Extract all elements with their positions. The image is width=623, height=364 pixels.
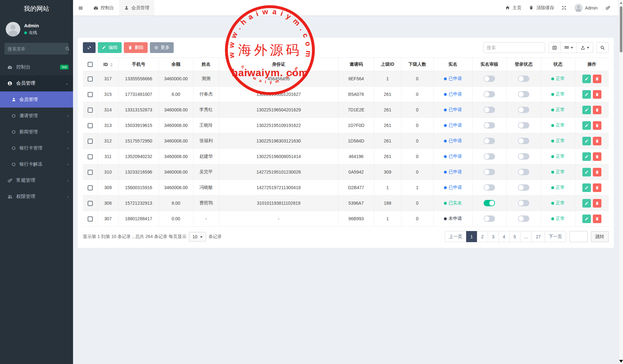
realname-audit-toggle[interactable] [484, 169, 495, 175]
sidebar-item-1[interactable]: 会员管理⌄ [0, 75, 73, 91]
table-row[interactable]: 317133555566663460000.00测测4564564558EF56… [83, 71, 609, 87]
refresh-button[interactable] [83, 42, 96, 53]
tab-members[interactable]: 会员管理 [119, 0, 154, 16]
row-checkbox[interactable] [88, 123, 93, 128]
home-link[interactable]: 主页 [501, 0, 525, 16]
next-page-button[interactable]: 下一页 [545, 231, 566, 242]
login-status-toggle[interactable] [518, 200, 529, 206]
sidebar-search-input[interactable] [8, 46, 65, 51]
login-status-toggle[interactable] [518, 153, 529, 160]
realname-audit-toggle[interactable] [484, 76, 495, 82]
settings-button[interactable] [601, 0, 614, 16]
row-delete-button[interactable] [593, 152, 601, 161]
row-checkbox[interactable] [88, 108, 93, 113]
table-row[interactable]: 307188012884170.00--96B99310未申请正常 [83, 211, 609, 227]
page-button-2[interactable]: 2 [477, 231, 488, 242]
row-checkbox[interactable] [88, 170, 93, 175]
page-jump-input[interactable] [569, 231, 588, 242]
row-edit-button[interactable] [582, 152, 591, 161]
tab-console[interactable]: 控制台 [88, 0, 119, 16]
export-button[interactable] [577, 42, 593, 53]
scroll-up-arrow-icon[interactable] [620, 2, 622, 4]
sidebar-item-0[interactable]: 控制台hot [0, 59, 73, 75]
row-edit-button[interactable] [582, 90, 591, 99]
table-row[interactable]: 313150339196153460008.00王晓玲1302251951091… [83, 118, 609, 133]
sidebar-item-7[interactable]: 常规管理‹ [0, 172, 73, 189]
row-checkbox[interactable] [88, 201, 93, 206]
row-checkbox[interactable] [88, 139, 93, 144]
row-delete-button[interactable] [593, 215, 601, 223]
sidebar-item-6[interactable]: 银行卡解冻‹ [0, 156, 73, 172]
columns-button[interactable] [561, 42, 577, 53]
realname-audit-toggle[interactable] [484, 107, 495, 113]
page-ellipsis[interactable]: ... [520, 231, 532, 242]
realname-audit-toggle[interactable] [484, 138, 495, 144]
detail-view-button[interactable] [548, 42, 561, 53]
row-checkbox[interactable] [88, 216, 93, 222]
search-icon[interactable] [65, 46, 70, 51]
login-status-toggle[interactable] [518, 76, 529, 82]
table-row[interactable]: 314133131528733460008.00李秀红1302251965042… [83, 102, 609, 118]
row-checkbox[interactable] [88, 154, 93, 159]
page-button-3[interactable]: 3 [488, 231, 499, 242]
row-edit-button[interactable] [582, 168, 591, 176]
realname-audit-toggle[interactable] [484, 215, 495, 222]
user-menu[interactable]: Admin [571, 0, 601, 16]
table-row[interactable]: 312151755729503460008.00张福利1302251963031… [83, 133, 609, 149]
row-edit-button[interactable] [582, 137, 591, 145]
sidebar-item-5[interactable]: 银行卡管理‹ [0, 140, 73, 156]
row-delete-button[interactable] [593, 121, 601, 130]
vertical-scrollbar[interactable] [619, 0, 623, 364]
row-edit-button[interactable] [582, 75, 591, 83]
column-header[interactable]: ID [97, 58, 118, 71]
fullscreen-button[interactable] [558, 0, 571, 16]
sidebar-item-2[interactable]: 会员管理 [0, 91, 73, 108]
login-status-toggle[interactable] [518, 215, 529, 222]
login-status-toggle[interactable] [518, 184, 529, 191]
login-status-toggle[interactable] [518, 122, 529, 129]
more-button[interactable]: 更多 [150, 42, 174, 53]
row-delete-button[interactable] [593, 75, 601, 83]
login-status-toggle[interactable] [518, 138, 529, 144]
delete-button[interactable]: 删除 [124, 42, 148, 53]
row-checkbox[interactable] [88, 185, 93, 190]
login-status-toggle[interactable] [518, 107, 529, 113]
realname-audit-toggle[interactable] [484, 200, 495, 206]
realname-audit-toggle[interactable] [484, 91, 495, 97]
row-edit-button[interactable] [582, 183, 591, 192]
row-delete-button[interactable] [593, 137, 601, 145]
jump-button[interactable]: 跳转 [591, 231, 609, 242]
table-row[interactable]: 311135209402323460008.00赵建华1302251960080… [83, 149, 609, 164]
scrollbar-thumb[interactable] [620, 6, 622, 52]
row-checkbox[interactable] [88, 92, 93, 97]
table-row[interactable]: 315177314810078.00付春杰130225196001201627B… [83, 87, 609, 102]
row-delete-button[interactable] [593, 168, 601, 176]
page-button-27[interactable]: 27 [532, 231, 545, 242]
row-checkbox[interactable] [88, 76, 93, 82]
table-row[interactable]: 308157212329138.00曹照鹗3101011938111028195… [83, 195, 609, 211]
realname-audit-toggle[interactable] [484, 153, 495, 160]
scroll-down-arrow-icon[interactable] [619, 360, 623, 363]
table-row[interactable]: 309156003159163460008.00冯晓敏1427251972113… [83, 180, 609, 195]
row-edit-button[interactable] [582, 199, 591, 208]
page-button-5[interactable]: 5 [509, 231, 520, 242]
row-delete-button[interactable] [593, 199, 601, 208]
edit-button[interactable]: 编辑 [98, 42, 122, 53]
row-edit-button[interactable] [582, 121, 591, 130]
row-delete-button[interactable] [593, 183, 601, 192]
search-button[interactable] [596, 42, 609, 53]
login-status-toggle[interactable] [518, 91, 529, 97]
sort-icon[interactable] [110, 63, 113, 67]
select-all-checkbox[interactable] [88, 62, 93, 67]
sidebar-item-3[interactable]: 邀请管理‹ [0, 108, 73, 124]
row-edit-button[interactable] [582, 215, 591, 223]
realname-audit-toggle[interactable] [484, 122, 495, 129]
sidebar-toggle-button[interactable] [73, 0, 88, 16]
page-button-1[interactable]: 1 [466, 231, 477, 242]
table-row[interactable]: 310132332165963460008.00吴完平1427251951012… [83, 164, 609, 180]
prev-page-button[interactable]: 上一页 [445, 231, 466, 242]
row-delete-button[interactable] [593, 90, 601, 99]
sidebar-item-8[interactable]: 权限管理‹ [0, 189, 73, 205]
clear-cache-link[interactable]: 清除缓存 [525, 0, 558, 16]
page-button-4[interactable]: 4 [499, 231, 510, 242]
